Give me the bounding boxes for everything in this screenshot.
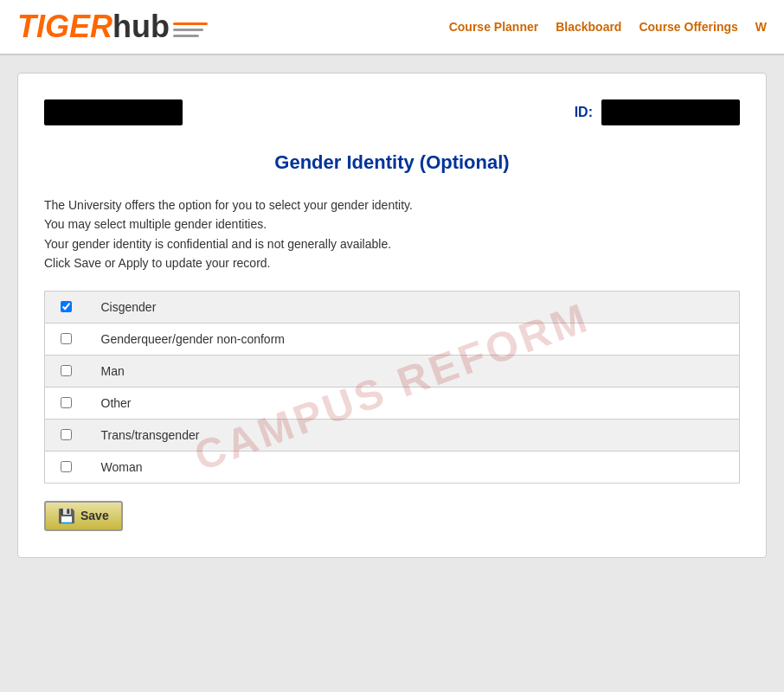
gender-label: Trans/transgender — [88, 419, 667, 451]
gender-table: CisgenderGenderqueer/gender non-conformM… — [44, 291, 740, 484]
gender-label: Other — [88, 387, 667, 419]
id-section: ID: — [575, 99, 740, 125]
checkbox-other[interactable] — [61, 397, 72, 408]
checkbox-trans-transgender[interactable] — [61, 429, 72, 440]
table-row: Woman — [45, 451, 740, 483]
desc-line-3: Your gender identity is confidential and… — [44, 234, 740, 253]
id-label: ID: — [575, 105, 593, 120]
page-title: Gender Identity (Optional) — [44, 151, 740, 174]
gender-label: Man — [88, 355, 667, 387]
nav-blackboard[interactable]: Blackboard — [556, 20, 621, 34]
gender-table-container: CisgenderGenderqueer/gender non-conformM… — [44, 291, 740, 484]
logo: TIGER hub — [17, 9, 208, 45]
nav-more[interactable]: W — [755, 20, 767, 34]
checkbox-woman[interactable] — [61, 461, 72, 472]
extra-cell — [666, 419, 739, 451]
redacted-id — [601, 99, 740, 125]
table-row: Man — [45, 355, 740, 387]
table-row: Genderqueer/gender non-conform — [45, 323, 740, 355]
save-button[interactable]: 💾 Save — [44, 501, 123, 531]
gender-label: Woman — [88, 451, 667, 483]
checkbox-cell[interactable] — [45, 323, 88, 355]
logo-hub-text: hub — [112, 9, 170, 45]
logo-line-3 — [173, 35, 199, 37]
nav-course-planner[interactable]: Course Planner — [449, 20, 538, 34]
logo-line-2 — [173, 29, 203, 31]
extra-cell — [666, 323, 739, 355]
save-button-container: 💾 Save — [44, 501, 740, 531]
nav-course-offerings[interactable]: Course Offerings — [639, 20, 737, 34]
extra-cell — [666, 291, 739, 323]
desc-line-1: The University offers the option for you… — [44, 195, 740, 215]
checkbox-cell[interactable] — [45, 387, 88, 419]
main-content: ID: Gender Identity (Optional) The Unive… — [17, 73, 767, 558]
logo-line-1 — [173, 22, 208, 25]
desc-line-2: You may select multiple gender identitie… — [44, 215, 740, 234]
table-row: Trans/transgender — [45, 419, 740, 451]
extra-cell — [666, 451, 739, 483]
checkbox-cell[interactable] — [45, 451, 88, 483]
nav-links: Course Planner Blackboard Course Offerin… — [449, 20, 767, 34]
checkbox-cell[interactable] — [45, 291, 88, 323]
header: TIGER hub Course Planner Blackboard Cour… — [0, 0, 784, 55]
table-row: Cisgender — [45, 291, 740, 323]
redacted-name — [44, 99, 183, 125]
desc-line-4: Click Save or Apply to update your recor… — [44, 253, 740, 272]
save-icon: 💾 — [58, 508, 75, 524]
logo-tiger-text: TIGER — [17, 9, 112, 45]
extra-cell — [666, 355, 739, 387]
gender-label: Cisgender — [88, 291, 667, 323]
save-button-label: Save — [80, 509, 109, 522]
logo-lines — [173, 21, 208, 39]
checkbox-cisgender[interactable] — [61, 301, 72, 312]
checkbox-genderqueer-gender-non-conform[interactable] — [61, 333, 72, 344]
table-row: Other — [45, 387, 740, 419]
checkbox-cell[interactable] — [45, 419, 88, 451]
checkbox-cell[interactable] — [45, 355, 88, 387]
checkbox-man[interactable] — [61, 365, 72, 376]
user-info-row: ID: — [44, 91, 740, 134]
gender-label: Genderqueer/gender non-conform — [88, 323, 667, 355]
description: The University offers the option for you… — [44, 195, 740, 273]
extra-cell — [666, 387, 739, 419]
